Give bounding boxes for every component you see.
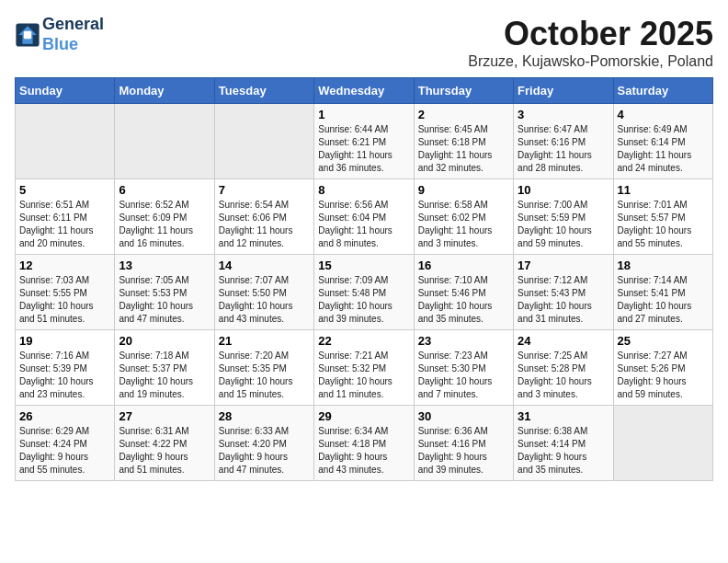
day-info: Sunrise: 7:09 AM Sunset: 5:48 PM Dayligh… [318,274,409,326]
day-number: 31 [518,409,609,423]
day-info: Sunrise: 6:36 AM Sunset: 4:16 PM Dayligh… [418,425,509,477]
day-number: 2 [418,108,509,121]
calendar-cell: 4Sunrise: 6:49 AM Sunset: 6:14 PM Daylig… [613,104,712,179]
header-monday: Monday [115,78,214,104]
day-number: 17 [518,259,609,272]
day-number: 25 [618,334,709,348]
day-info: Sunrise: 7:12 AM Sunset: 5:43 PM Dayligh… [518,274,609,326]
title-section: October 2025 Brzuze, Kujawsko-Pomorskie,… [468,15,713,70]
day-number: 26 [19,409,110,423]
calendar-cell: 31Sunrise: 6:38 AM Sunset: 4:14 PM Dayli… [514,406,613,481]
day-info: Sunrise: 7:18 AM Sunset: 5:37 PM Dayligh… [119,350,210,401]
header-wednesday: Wednesday [314,78,414,104]
day-info: Sunrise: 7:07 AM Sunset: 5:50 PM Dayligh… [219,274,310,326]
calendar-cell: 19Sunrise: 7:16 AM Sunset: 5:39 PM Dayli… [16,330,115,406]
calendar-cell: 21Sunrise: 7:20 AM Sunset: 5:35 PM Dayli… [214,330,313,406]
day-number: 18 [618,259,709,272]
calendar-cell: 16Sunrise: 7:10 AM Sunset: 5:46 PM Dayli… [414,255,513,330]
day-number: 3 [518,108,609,121]
header: General Blue October 2025 Brzuze, Kujaws… [15,15,713,70]
day-number: 27 [119,409,210,423]
day-number: 20 [119,334,210,348]
location-title: Brzuze, Kujawsko-Pomorskie, Poland [468,53,713,70]
calendar-cell [115,104,214,179]
day-info: Sunrise: 7:00 AM Sunset: 5:59 PM Dayligh… [518,199,609,250]
day-number: 5 [19,183,110,197]
calendar-cell: 15Sunrise: 7:09 AM Sunset: 5:48 PM Dayli… [314,255,414,330]
header-saturday: Saturday [613,78,712,104]
week-row-3: 12Sunrise: 7:03 AM Sunset: 5:55 PM Dayli… [16,255,713,330]
calendar-cell: 28Sunrise: 6:33 AM Sunset: 4:20 PM Dayli… [214,406,313,481]
day-number: 8 [318,183,409,197]
calendar-cell: 1Sunrise: 6:44 AM Sunset: 6:21 PM Daylig… [314,104,414,179]
calendar-cell: 22Sunrise: 7:21 AM Sunset: 5:32 PM Dayli… [314,330,414,406]
day-info: Sunrise: 7:20 AM Sunset: 5:35 PM Dayligh… [219,350,310,401]
week-row-4: 19Sunrise: 7:16 AM Sunset: 5:39 PM Dayli… [16,330,713,406]
day-number: 11 [618,183,709,197]
day-info: Sunrise: 7:27 AM Sunset: 5:26 PM Dayligh… [618,350,709,401]
day-info: Sunrise: 6:31 AM Sunset: 4:22 PM Dayligh… [119,425,210,477]
day-info: Sunrise: 7:05 AM Sunset: 5:53 PM Dayligh… [119,274,210,326]
calendar-cell: 20Sunrise: 7:18 AM Sunset: 5:37 PM Dayli… [115,330,214,406]
day-info: Sunrise: 7:10 AM Sunset: 5:46 PM Dayligh… [418,274,509,326]
day-info: Sunrise: 7:01 AM Sunset: 5:57 PM Dayligh… [618,199,709,250]
month-title: October 2025 [468,15,713,53]
day-number: 13 [119,259,210,272]
calendar-cell [214,104,313,179]
calendar-cell: 9Sunrise: 6:58 AM Sunset: 6:02 PM Daylig… [414,179,513,255]
calendar-table: SundayMondayTuesdayWednesdayThursdayFrid… [15,77,713,481]
day-info: Sunrise: 7:14 AM Sunset: 5:41 PM Dayligh… [618,274,709,326]
header-sunday: Sunday [16,78,115,104]
calendar-cell: 26Sunrise: 6:29 AM Sunset: 4:24 PM Dayli… [16,406,115,481]
day-info: Sunrise: 6:47 AM Sunset: 6:16 PM Dayligh… [518,123,609,175]
day-info: Sunrise: 6:56 AM Sunset: 6:04 PM Dayligh… [318,199,409,250]
day-number: 21 [219,334,310,348]
svg-rect-2 [24,30,31,38]
calendar-cell: 7Sunrise: 6:54 AM Sunset: 6:06 PM Daylig… [214,179,313,255]
calendar-cell: 10Sunrise: 7:00 AM Sunset: 5:59 PM Dayli… [514,179,613,255]
day-number: 19 [19,334,110,348]
day-number: 28 [219,409,310,423]
calendar-header-row: SundayMondayTuesdayWednesdayThursdayFrid… [16,78,713,104]
calendar-cell: 24Sunrise: 7:25 AM Sunset: 5:28 PM Dayli… [514,330,613,406]
calendar-cell: 29Sunrise: 6:34 AM Sunset: 4:18 PM Dayli… [314,406,414,481]
day-number: 12 [19,259,110,272]
week-row-1: 1Sunrise: 6:44 AM Sunset: 6:21 PM Daylig… [16,104,713,179]
day-info: Sunrise: 6:33 AM Sunset: 4:20 PM Dayligh… [219,425,310,477]
day-number: 24 [518,334,609,348]
day-info: Sunrise: 7:16 AM Sunset: 5:39 PM Dayligh… [19,350,110,401]
logo-line2: Blue [42,35,104,55]
day-number: 22 [318,334,409,348]
calendar-cell: 5Sunrise: 6:51 AM Sunset: 6:11 PM Daylig… [16,179,115,255]
calendar-cell: 2Sunrise: 6:45 AM Sunset: 6:18 PM Daylig… [414,104,513,179]
day-info: Sunrise: 6:58 AM Sunset: 6:02 PM Dayligh… [418,199,509,250]
day-number: 23 [418,334,509,348]
calendar-cell: 11Sunrise: 7:01 AM Sunset: 5:57 PM Dayli… [613,179,712,255]
calendar-cell [16,104,115,179]
day-info: Sunrise: 7:21 AM Sunset: 5:32 PM Dayligh… [318,350,409,401]
logo: General Blue [15,15,104,54]
calendar-cell: 6Sunrise: 6:52 AM Sunset: 6:09 PM Daylig… [115,179,214,255]
calendar-cell: 23Sunrise: 7:23 AM Sunset: 5:30 PM Dayli… [414,330,513,406]
calendar-cell: 8Sunrise: 6:56 AM Sunset: 6:04 PM Daylig… [314,179,414,255]
calendar-cell: 25Sunrise: 7:27 AM Sunset: 5:26 PM Dayli… [613,330,712,406]
week-row-2: 5Sunrise: 6:51 AM Sunset: 6:11 PM Daylig… [16,179,713,255]
day-number: 15 [318,259,409,272]
calendar-cell: 12Sunrise: 7:03 AM Sunset: 5:55 PM Dayli… [16,255,115,330]
calendar-cell: 30Sunrise: 6:36 AM Sunset: 4:16 PM Dayli… [414,406,513,481]
calendar-cell [613,406,712,481]
day-number: 14 [219,259,310,272]
calendar-cell: 14Sunrise: 7:07 AM Sunset: 5:50 PM Dayli… [214,255,313,330]
day-number: 6 [119,183,210,197]
day-info: Sunrise: 6:54 AM Sunset: 6:06 PM Dayligh… [219,199,310,250]
calendar-cell: 27Sunrise: 6:31 AM Sunset: 4:22 PM Dayli… [115,406,214,481]
day-info: Sunrise: 7:03 AM Sunset: 5:55 PM Dayligh… [19,274,110,326]
day-info: Sunrise: 6:52 AM Sunset: 6:09 PM Dayligh… [119,199,210,250]
day-info: Sunrise: 6:51 AM Sunset: 6:11 PM Dayligh… [19,199,110,250]
day-number: 4 [618,108,709,121]
day-info: Sunrise: 6:38 AM Sunset: 4:14 PM Dayligh… [518,425,609,477]
calendar-cell: 18Sunrise: 7:14 AM Sunset: 5:41 PM Dayli… [613,255,712,330]
header-thursday: Thursday [414,78,513,104]
logo-icon [15,22,40,48]
day-number: 29 [318,409,409,423]
